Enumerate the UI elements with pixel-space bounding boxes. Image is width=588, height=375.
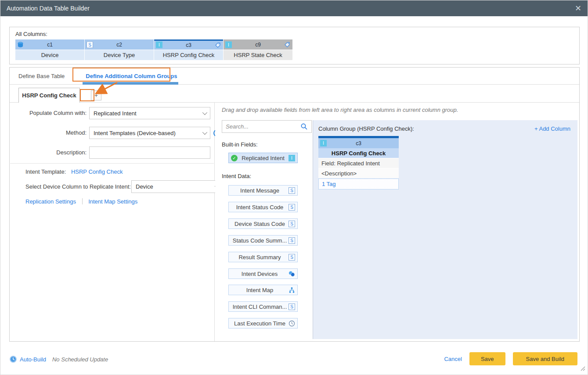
field-label: Intent Map	[231, 287, 289, 293]
column-card-c3[interactable]: I c3 HSRP Config Check Field: Replicated…	[318, 136, 399, 189]
column-name[interactable]: Device	[15, 50, 84, 60]
all-columns-table: c1 Device S c2 Device Type I c3	[15, 39, 293, 60]
field-label: Intent Devices	[231, 271, 288, 277]
column-c3-header-selected[interactable]: I c3	[154, 39, 223, 50]
column-card-tag[interactable]: 1 Tag	[318, 179, 399, 189]
field-item-intent-status-code[interactable]: Intent Status Code S	[228, 202, 298, 212]
column-card-description[interactable]: <Description>	[318, 168, 399, 178]
string-type-icon: S	[289, 204, 295, 211]
column-c9[interactable]: I c9 HSRP State Check	[224, 39, 292, 60]
method-value: Intent Templates (Device-based)	[94, 130, 202, 136]
all-columns-label: All Columns:	[15, 31, 47, 37]
column-c2-header[interactable]: S c2	[85, 39, 154, 50]
column-id: c3	[186, 42, 191, 48]
devices-icon	[288, 271, 295, 277]
column-name[interactable]: Device Type	[85, 50, 154, 60]
tag-icon	[284, 42, 290, 48]
field-label: Intent CLI Comman...	[231, 304, 289, 310]
links-divider	[82, 198, 83, 204]
all-columns-section: All Columns: c1 Device S c2 Device Type	[9, 27, 580, 64]
field-label: Status Code Summ...	[231, 237, 289, 244]
search-icon[interactable]	[300, 123, 308, 130]
search-input[interactable]	[226, 123, 300, 130]
cancel-button[interactable]: Cancel	[444, 356, 462, 362]
footer-actions: Cancel Save Save and Build	[444, 352, 577, 365]
close-icon[interactable]: ✕	[575, 4, 581, 12]
string-type-icon: S	[289, 237, 295, 244]
dialog-title: Automation Data Table Builder	[7, 5, 90, 12]
field-label: Replicated Intent	[238, 155, 289, 161]
column-c3[interactable]: I c3 HSRP Config Check	[154, 39, 223, 60]
field-search-box[interactable]	[222, 120, 312, 133]
form-divider	[10, 163, 214, 164]
auto-build-area: Auto-Build No Scheduled Update	[9, 351, 108, 368]
column-id: c1	[47, 42, 53, 48]
auto-build-link[interactable]: Auto-Build	[20, 356, 46, 363]
field-label: Result Summary	[231, 254, 289, 261]
automation-data-table-builder-dialog: Automation Data Table Builder ✕ All Colu…	[0, 0, 588, 375]
device-column-select[interactable]: Device	[131, 180, 223, 193]
column-group-panel: Column Group (HSRP Config Check): + Add …	[313, 120, 577, 339]
populate-column-value: Replicated Intent	[94, 110, 202, 117]
save-and-build-button[interactable]: Save and Build	[513, 352, 577, 365]
populate-column-select[interactable]: Replicated Intent	[89, 107, 210, 119]
field-item-device-status-code[interactable]: Device Status Code S	[228, 218, 298, 229]
intent-type-icon: I	[289, 155, 295, 161]
chevron-down-icon	[202, 110, 207, 115]
method-select[interactable]: Intent Templates (Device-based)	[89, 127, 210, 139]
settings-links-row: Replication Settings Intent Map Settings	[25, 198, 137, 205]
column-card-title[interactable]: HSRP Config Check	[318, 148, 399, 158]
resize-grip[interactable]	[581, 366, 585, 372]
string-type-icon: S	[289, 187, 295, 194]
field-item-intent-cli-commands[interactable]: Intent CLI Comman... S	[228, 301, 298, 312]
column-c9-header[interactable]: I c9	[224, 39, 292, 50]
column-name[interactable]: HSRP Config Check	[154, 50, 223, 60]
description-label: Description:	[18, 146, 87, 159]
active-tab-underline	[83, 82, 178, 85]
column-name[interactable]: HSRP State Check	[224, 50, 292, 60]
column-card-field[interactable]: Field: Replicated Intent	[318, 158, 399, 168]
fields-and-columns-area: Drag and drop available fields from left…	[215, 103, 579, 341]
table-builder-main: Define Base Table Define Additional Colu…	[9, 67, 580, 342]
column-c1-header[interactable]: c1	[15, 39, 84, 50]
field-item-status-code-summary[interactable]: Status Code Summ... S	[228, 235, 298, 246]
device-column-label: Select Device Column to Replicate Intent…	[25, 180, 131, 193]
field-item-intent-map[interactable]: Intent Map	[228, 285, 298, 295]
column-card-id: c3	[356, 140, 361, 146]
field-label: Device Status Code	[231, 221, 289, 227]
add-column-link[interactable]: + Add Column	[534, 125, 570, 132]
intent-template-link[interactable]: HSRP Config Check	[71, 168, 123, 175]
tag-icon	[215, 42, 221, 48]
schedule-status: No Scheduled Update	[52, 356, 108, 363]
intent-type-icon: I	[225, 41, 232, 48]
column-card-header[interactable]: I c3	[318, 138, 399, 148]
replication-settings-link[interactable]: Replication Settings	[25, 198, 76, 205]
tab-define-additional-column-groups[interactable]: Define Additional Column Groups	[86, 73, 177, 79]
column-id: c2	[116, 42, 122, 48]
clock-icon	[289, 320, 295, 327]
field-label: Intent Message	[231, 187, 289, 194]
field-item-result-summary[interactable]: Result Summary S	[228, 252, 298, 262]
field-item-last-execution-time[interactable]: Last Execution Time	[228, 318, 298, 329]
intent-type-icon: I	[320, 140, 327, 146]
method-label: Method:	[18, 127, 87, 139]
group-tab-hsrp-config-check[interactable]: HSRP Config Check	[18, 88, 80, 103]
string-type-icon: S	[289, 254, 295, 261]
column-c2[interactable]: S c2 Device Type	[85, 39, 154, 60]
field-item-replicated-intent[interactable]: ✓ Replicated Intent I	[228, 153, 298, 163]
dialog-footer: Auto-Build No Scheduled Update Cancel Sa…	[0, 351, 588, 368]
save-button[interactable]: Save	[469, 352, 505, 365]
column-c1[interactable]: c1 Device	[15, 39, 84, 60]
intent-type-icon: I	[156, 42, 162, 48]
field-item-intent-message[interactable]: Intent Message S	[228, 185, 298, 196]
intent-data-label: Intent Data:	[222, 173, 251, 179]
string-type-icon: S	[87, 41, 93, 48]
add-group-tab-button[interactable]: +	[91, 90, 101, 100]
field-item-intent-devices[interactable]: Intent Devices	[228, 268, 298, 279]
tab-define-base-table[interactable]: Define Base Table	[18, 73, 65, 79]
description-input[interactable]	[89, 146, 210, 159]
map-icon	[289, 287, 295, 293]
intent-map-settings-link[interactable]: Intent Map Settings	[88, 198, 137, 205]
title-bar: Automation Data Table Builder ✕	[0, 0, 588, 16]
check-icon: ✓	[231, 155, 238, 161]
